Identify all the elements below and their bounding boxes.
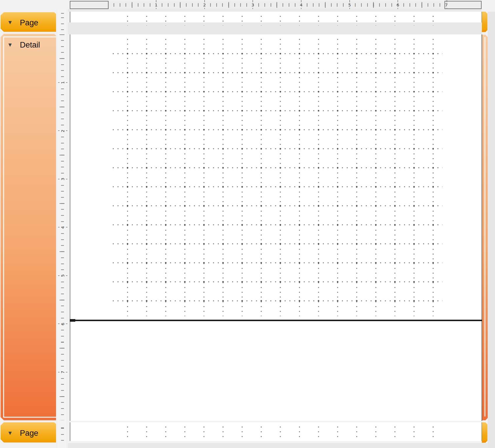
sidebar-section-page-header[interactable]: ▼ Page xyxy=(1,12,56,32)
sidebar-section-page-footer[interactable]: ▼ Page xyxy=(1,422,56,442)
footer-gap-bottom xyxy=(68,441,488,443)
collapse-triangle-icon: ▼ xyxy=(7,42,13,48)
v-ruler-ticks-page-footer xyxy=(61,422,64,441)
v-ruler-number: 7 xyxy=(57,370,68,374)
section-divider-line[interactable] xyxy=(70,320,482,321)
page-header-band[interactable] xyxy=(70,12,482,22)
page-header-end-cap xyxy=(482,12,487,32)
section-label: Detail xyxy=(20,41,40,49)
collapse-triangle-icon: ▼ xyxy=(7,20,13,25)
v-ruler-number: 4 xyxy=(57,225,68,230)
section-divider-handle[interactable] xyxy=(70,319,75,322)
v-ruler-number: 6 xyxy=(57,322,68,326)
h-ruler-number: 1 xyxy=(154,1,158,9)
v-ruler-number: 3 xyxy=(57,177,68,181)
canvas-bottom-area xyxy=(68,443,495,448)
page-footer-end-cap xyxy=(482,422,487,443)
h-ruler-half-inch-ticks xyxy=(70,2,482,8)
vertical-ruler[interactable]: 1 2 3 4 5 6 7 xyxy=(57,9,66,448)
right-panel xyxy=(488,12,495,448)
h-ruler-number: 2 xyxy=(203,1,207,9)
h-ruler-number: 5 xyxy=(348,1,352,9)
h-ruler-number: 7 xyxy=(445,1,448,9)
section-gap xyxy=(68,22,482,34)
h-ruler-minor-ticks xyxy=(70,3,482,7)
section-label: Page xyxy=(20,429,38,437)
report-designer: 1 2 3 4 5 6 7 1 2 3 4 5 6 7 ▼ Page xyxy=(0,0,495,448)
v-ruler-number: 5 xyxy=(57,274,68,278)
detail-end-cap xyxy=(482,35,488,420)
v-ruler-number: 1 xyxy=(57,80,68,85)
h-ruler-number: 6 xyxy=(396,1,400,9)
collapse-triangle-icon: ▼ xyxy=(7,430,13,436)
h-ruler-right-margin-box[interactable] xyxy=(445,1,482,9)
section-label: Page xyxy=(20,19,38,27)
h-ruler-number: 4 xyxy=(299,1,303,9)
horizontal-ruler[interactable]: 1 2 3 4 5 6 7 xyxy=(70,1,482,9)
page-footer-band[interactable] xyxy=(70,422,482,441)
h-ruler-left-margin-box[interactable] xyxy=(70,1,109,9)
h-ruler-number: 3 xyxy=(251,1,255,9)
v-ruler-number: 2 xyxy=(57,129,68,133)
detail-band[interactable] xyxy=(70,34,482,421)
v-ruler-ticks-page-header xyxy=(61,12,64,34)
canvas-top-gap xyxy=(68,9,482,12)
sidebar-section-detail[interactable]: ▼ Detail xyxy=(1,34,56,420)
